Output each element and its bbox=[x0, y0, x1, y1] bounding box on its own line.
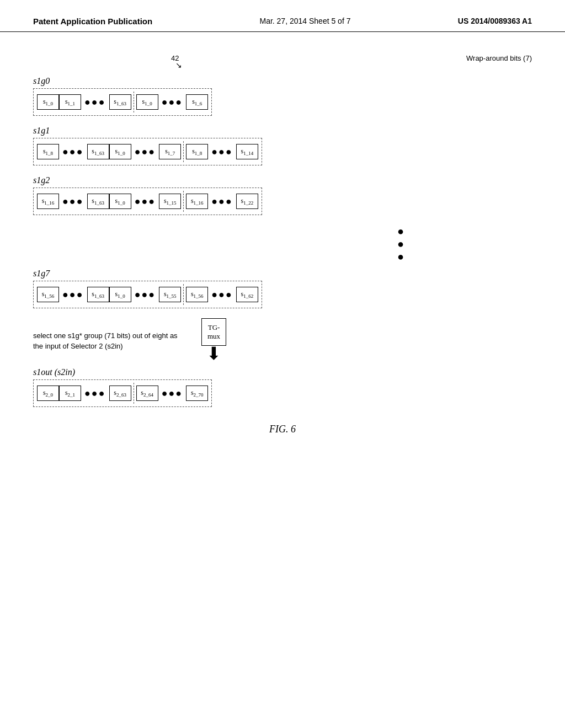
cell-s1g2-wrap16: s1_16 bbox=[186, 194, 208, 209]
dots-s1g0-1: ●●● bbox=[81, 97, 109, 108]
cell-s1g1-63: s1_63 bbox=[87, 144, 109, 159]
row-s1g1: s1g1 s1_8 ●●● s1_63 s1_0 ●●● s1_7 s1_8 ●… bbox=[33, 126, 532, 165]
s1g2-main: s1_16 ●●● s1_63 s1_0 ●●● s1_15 s1_16 ●●●… bbox=[33, 188, 262, 215]
cell-s1g1-wrap14: s1_14 bbox=[236, 144, 258, 159]
s1g7-label: s1g7 bbox=[33, 269, 532, 279]
s1g0-label: s1g0 bbox=[33, 76, 532, 86]
wrap-around-label: Wrap-around bits (7) bbox=[466, 54, 532, 62]
cell-s2-70: s2_70 bbox=[186, 386, 208, 401]
patent-number: US 2014/0089363 A1 bbox=[458, 17, 532, 25]
dots-s1g0-2: ●●● bbox=[158, 97, 186, 108]
cell-s2-1: s2_1 bbox=[59, 386, 81, 401]
cell-s1g1-wrap8: s1_8 bbox=[186, 144, 208, 159]
s1g1-label: s1g1 bbox=[33, 126, 532, 136]
vertical-dots: ●●● bbox=[270, 225, 532, 263]
s1out-main: s2_0 s2_1 ●●● s2_63 s2_64 ●●● s2_70 bbox=[33, 379, 212, 407]
s1g7-main: s1_56 ●●● s1_63 s1_0 ●●● s1_55 s1_56 ●●●… bbox=[33, 281, 262, 308]
row-s1g0: s1g0 s1_0 s1_1 ●●● s1_63 s1_0 ●●● s1_6 bbox=[33, 76, 532, 116]
cell-s1g1-8: s1_8 bbox=[37, 144, 59, 159]
s1g7-combined: s1_56 ●●● s1_63 s1_0 ●●● s1_55 s1_56 ●●●… bbox=[33, 281, 532, 308]
s1g0-main: s1_0 s1_1 ●●● s1_63 s1_0 ●●● s1_6 bbox=[33, 88, 212, 116]
cell-s1g7-55: s1_55 bbox=[159, 287, 181, 302]
page: Patent Application Publication Mar. 27, … bbox=[0, 0, 565, 728]
dots-s1g2-1: ●●● bbox=[59, 196, 87, 207]
publication-label: Patent Application Publication bbox=[33, 17, 152, 26]
cell-s1g0-63: s1_63 bbox=[109, 94, 131, 110]
cell-s1g2-63: s1_63 bbox=[87, 194, 109, 209]
row-s1g2: s1g2 s1_16 ●●● s1_63 s1_0 ●●● s1_15 s1_1… bbox=[33, 175, 532, 215]
cell-s1g1-7: s1_7 bbox=[159, 144, 181, 159]
desc-area: select one s1g* group (71 bits) out of e… bbox=[33, 318, 532, 364]
cell-s1g7-56: s1_56 bbox=[37, 287, 59, 302]
dots-s1g2-3: ●●● bbox=[208, 196, 236, 207]
cell-s1g0-wrap0: s1_0 bbox=[136, 94, 158, 110]
cell-s1g7-63: s1_63 bbox=[87, 287, 109, 302]
arrow-down-icon: ⬇ bbox=[206, 343, 221, 364]
dots-s1g1-1: ●●● bbox=[59, 146, 87, 158]
dots-s1g7-2: ●●● bbox=[131, 289, 159, 301]
cell-s1g7-wrap62: s1_62 bbox=[236, 287, 258, 302]
cell-s1g0-wrap6: s1_6 bbox=[186, 94, 208, 110]
dots-s1g7-1: ●●● bbox=[59, 289, 87, 301]
tg-mux-box: TG-mux bbox=[201, 318, 226, 346]
cell-s1g2-wrap22: s1_22 bbox=[236, 194, 258, 209]
cell-s1g0-1: s1_1 bbox=[59, 94, 81, 110]
cell-s2-0: s2_0 bbox=[37, 386, 59, 401]
header: Patent Application Publication Mar. 27, … bbox=[0, 0, 565, 32]
dots-s1g1-2: ●●● bbox=[131, 146, 159, 158]
cell-s1g2-0: s1_0 bbox=[109, 194, 131, 209]
fig-caption: FIG. 6 bbox=[33, 424, 532, 435]
date-sheet: Mar. 27, 2014 Sheet 5 of 7 bbox=[259, 17, 350, 25]
s1g2-label: s1g2 bbox=[33, 175, 532, 185]
cell-s1g0-0: s1_0 bbox=[37, 94, 59, 110]
s1g0-combined: s1_0 s1_1 ●●● s1_63 s1_0 ●●● s1_6 bbox=[33, 88, 532, 116]
dots-s1g2-2: ●●● bbox=[131, 196, 159, 207]
cell-s2-64: s2_64 bbox=[136, 386, 158, 401]
cell-s1g1-0: s1_0 bbox=[109, 144, 131, 159]
s1out-label: s1out (s2in) bbox=[33, 367, 532, 377]
dots-s2-2: ●●● bbox=[158, 388, 186, 399]
content: 42 ↘ Wrap-around bits (7) s1g0 s1_0 s1_1… bbox=[0, 32, 565, 457]
cell-s2-63: s2_63 bbox=[109, 386, 131, 401]
s1g1-combined: s1_8 ●●● s1_63 s1_0 ●●● s1_7 s1_8 ●●● s1… bbox=[33, 138, 532, 165]
dots-s2-1: ●●● bbox=[81, 388, 109, 399]
cell-s1g2-16: s1_16 bbox=[37, 194, 59, 209]
s1out-combined: s2_0 s2_1 ●●● s2_63 s2_64 ●●● s2_70 bbox=[33, 379, 532, 407]
diagram-arrow: ↘ bbox=[175, 61, 182, 69]
dots-s1g7-3: ●●● bbox=[208, 289, 236, 301]
description-text: select one s1g* group (71 bits) out of e… bbox=[33, 331, 188, 351]
dots-s1g1-3: ●●● bbox=[208, 146, 236, 158]
cell-s1g7-wrap56: s1_56 bbox=[186, 287, 208, 302]
row-s1out: s2_0 s2_1 ●●● s2_63 s2_64 ●●● s2_70 bbox=[33, 379, 532, 407]
s1g2-combined: s1_16 ●●● s1_63 s1_0 ●●● s1_15 s1_16 ●●●… bbox=[33, 188, 532, 215]
s1g1-main: s1_8 ●●● s1_63 s1_0 ●●● s1_7 s1_8 ●●● s1… bbox=[33, 138, 262, 165]
cell-s1g2-15: s1_15 bbox=[159, 194, 181, 209]
row-s1g7: s1g7 s1_56 ●●● s1_63 s1_0 ●●● s1_55 s1_5… bbox=[33, 269, 532, 308]
cell-s1g7-0: s1_0 bbox=[109, 287, 131, 302]
